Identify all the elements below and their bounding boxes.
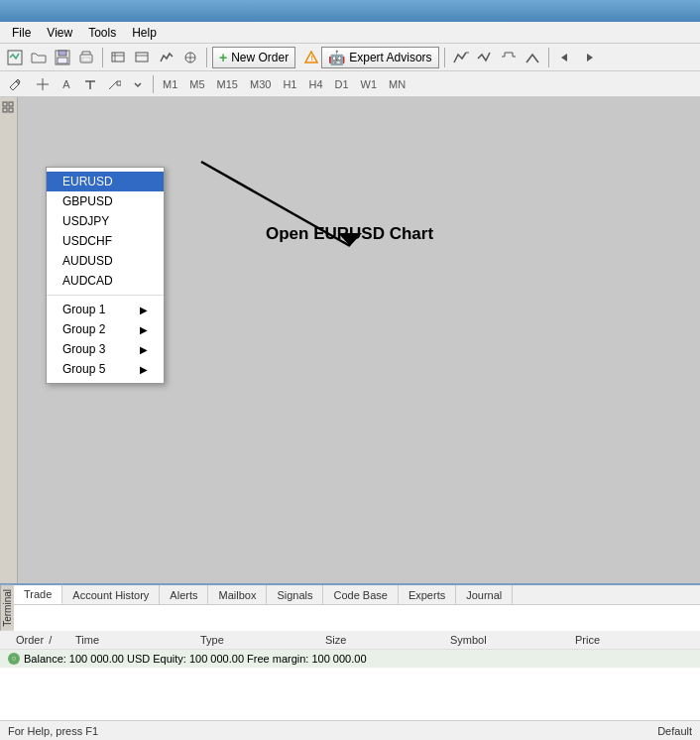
dropdown-item-usdchf[interactable]: USDCHF: [47, 231, 164, 251]
dropdown-item-gbpusd[interactable]: GBPUSD: [47, 191, 164, 211]
tf-m30[interactable]: M30: [245, 76, 276, 92]
tab-trade[interactable]: Trade: [14, 584, 62, 604]
tb-period-sep[interactable]: A: [56, 73, 77, 95]
dropdown-item-usdjpy[interactable]: USDJPY: [47, 211, 164, 231]
dropdown-item-audusd[interactable]: AUDUSD: [47, 251, 164, 271]
tf-h1[interactable]: H1: [278, 76, 301, 92]
menu-bar: File View Tools Help: [0, 22, 700, 44]
tab-alerts[interactable]: Alerts: [160, 585, 208, 604]
tab-bar: Trade Account History Alerts Mailbox Sig…: [14, 585, 700, 605]
sep2: [206, 48, 207, 67]
indicator-button[interactable]: [179, 47, 201, 68]
tab-journal[interactable]: Journal: [456, 585, 513, 604]
tf-w1[interactable]: W1: [356, 76, 383, 92]
zoom-chart-in[interactable]: [450, 47, 472, 68]
status-default-text: Default: [657, 725, 692, 737]
table-header: Order / Time Type Size Symbol Price: [0, 631, 700, 650]
expert-advisors-button[interactable]: 🤖 Expert Advisors: [321, 47, 438, 68]
tab-mailbox[interactable]: Mailbox: [208, 585, 267, 604]
print-button[interactable]: [75, 47, 97, 68]
menu-view[interactable]: View: [39, 24, 80, 42]
tab-signals[interactable]: Signals: [267, 585, 323, 604]
status-help-text: For Help, press F1: [8, 725, 98, 737]
tab-account-history[interactable]: Account History: [62, 585, 160, 604]
svg-marker-26: [338, 233, 362, 246]
svg-line-25: [201, 162, 350, 246]
menu-help[interactable]: Help: [124, 24, 165, 42]
title-bar: [0, 0, 700, 22]
col-type: Type: [192, 633, 317, 647]
svg-rect-5: [82, 58, 90, 62]
toolbar2-timeframes: A M1 M5 M15 M30 H1 H4 D1 W1 MN: [0, 71, 700, 97]
dropdown-sep: [47, 295, 164, 296]
open-button[interactable]: [28, 47, 50, 68]
tf-d1[interactable]: D1: [330, 76, 354, 92]
sep4: [548, 48, 549, 67]
save-button[interactable]: [52, 47, 73, 68]
submenu-arrow-group1: ▶: [140, 305, 148, 315]
svg-rect-2: [58, 51, 66, 56]
tb-arrow[interactable]: [103, 73, 125, 95]
sidebar-icon1[interactable]: [2, 101, 16, 115]
dropdown-item-group2[interactable]: Group 2 ▶: [47, 319, 164, 339]
new-chart-button[interactable]: [4, 47, 26, 68]
tb-text[interactable]: [79, 73, 101, 95]
bottom-panel: Terminal Trade Account History Alerts Ma…: [0, 583, 700, 720]
tb-pencil[interactable]: [4, 73, 26, 95]
col-size: Size: [317, 633, 442, 647]
sep3: [444, 48, 445, 67]
menu-file[interactable]: File: [4, 24, 39, 42]
submenu-arrow-group5: ▶: [140, 364, 148, 375]
zoom-out-button[interactable]: [132, 47, 154, 68]
svg-rect-23: [3, 108, 7, 112]
fixed-scale-button[interactable]: [498, 47, 520, 68]
svg-rect-22: [9, 102, 13, 106]
toolbar: + New Order ! 🤖 Expert Advisors: [0, 44, 700, 71]
dropdown-item-group5[interactable]: Group 5 ▶: [47, 359, 164, 379]
tab-code-base[interactable]: Code Base: [323, 585, 398, 604]
col-symbol: Symbol: [442, 633, 567, 647]
col-time: Time: [67, 633, 192, 647]
tb-crosshair[interactable]: [32, 73, 54, 95]
dropdown-item-group1[interactable]: Group 1 ▶: [47, 300, 164, 319]
tf-m5[interactable]: M5: [184, 76, 209, 92]
scroll-right-button[interactable]: [578, 47, 600, 68]
balance-icon: ○: [8, 653, 20, 665]
col-price: Price: [567, 633, 692, 647]
svg-text:!: !: [311, 55, 313, 62]
status-bar: For Help, press F1 Default: [0, 720, 700, 740]
dropdown-item-eurusd[interactable]: EURUSD: [47, 172, 164, 191]
chart-type-button[interactable]: [156, 47, 177, 68]
tf-h4[interactable]: H4: [303, 76, 327, 92]
tf-m1[interactable]: M1: [158, 76, 182, 92]
tb-dropdown[interactable]: [127, 73, 149, 95]
dropdown-item-audcad[interactable]: AUDCAD: [47, 271, 164, 291]
terminal-panel-header: Terminal Trade Account History Alerts Ma…: [0, 585, 700, 631]
tf-mn[interactable]: MN: [384, 76, 410, 92]
annotation-text: Open EURUSD Chart: [266, 224, 433, 244]
submenu-arrow-group2: ▶: [140, 324, 148, 335]
symbol-dropdown-menu: EURUSD GBPUSD USDJPY USDCHF AUDUSD AUDCA…: [46, 167, 165, 384]
zoom-chart-out[interactable]: [474, 47, 496, 68]
menu-tools[interactable]: Tools: [80, 24, 124, 42]
col-order: Order /: [8, 633, 67, 647]
scroll-left-button[interactable]: [554, 47, 576, 68]
svg-rect-21: [3, 102, 7, 106]
auto-scale-button[interactable]: [522, 47, 543, 68]
zoom-in-button[interactable]: [108, 47, 130, 68]
svg-rect-3: [58, 58, 67, 63]
tf-sep1: [153, 75, 154, 93]
alert-icon: !: [303, 50, 319, 65]
tab-experts[interactable]: Experts: [399, 585, 456, 604]
new-order-button[interactable]: + New Order: [212, 47, 295, 68]
dropdown-item-group3[interactable]: Group 3 ▶: [47, 339, 164, 359]
app: File View Tools Help: [0, 0, 700, 740]
balance-text: Balance: 100 000.00 USD Equity: 100 000.…: [24, 653, 367, 665]
submenu-arrow-group3: ▶: [140, 344, 148, 355]
svg-rect-9: [136, 53, 148, 62]
terminal-side-label: Terminal: [0, 585, 14, 631]
tf-m15[interactable]: M15: [212, 76, 243, 92]
svg-rect-24: [9, 108, 13, 112]
svg-rect-6: [112, 53, 124, 62]
sep1: [102, 48, 103, 67]
